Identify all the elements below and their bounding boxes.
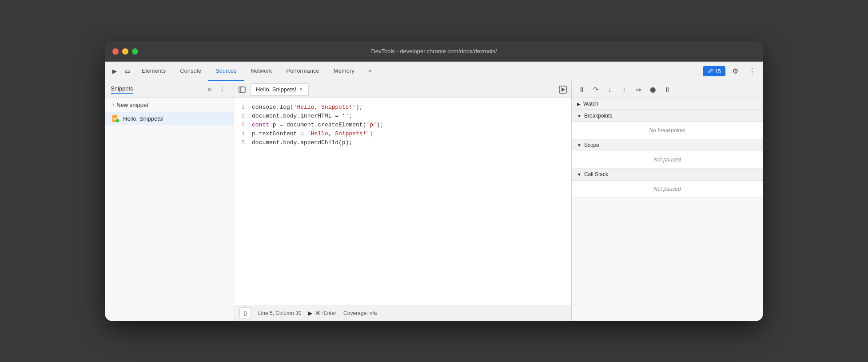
- snippet-item-hello[interactable]: </> Hello, Snippets!: [105, 112, 234, 125]
- breakpoints-label: Breakpoints: [584, 113, 612, 119]
- line-col-display: Line 5, Column 30: [258, 310, 301, 316]
- sidebar-header: Snippets » ⋮: [105, 81, 234, 98]
- watch-label: Watch: [583, 101, 598, 107]
- tab-sources[interactable]: Sources: [208, 62, 244, 81]
- line-content: p.textContent = 'Hello, Snippets!';: [252, 130, 373, 137]
- svg-marker-6: [561, 87, 565, 92]
- watch-section-header[interactable]: ▶ Watch: [572, 98, 763, 110]
- sidebar-actions: » ⋮: [205, 85, 228, 94]
- gear-icon: ⚙: [732, 67, 738, 75]
- close-button[interactable]: [112, 48, 119, 55]
- line-content: const p = document.createElement('p');: [252, 122, 383, 128]
- pause-button[interactable]: ⏸: [575, 83, 588, 96]
- sidebar-more-btn[interactable]: »: [205, 85, 214, 94]
- editor-run-button[interactable]: [556, 83, 569, 96]
- step-button[interactable]: ⇒: [632, 83, 645, 96]
- svg-rect-3: [239, 87, 245, 92]
- scope-label: Scope: [584, 142, 599, 148]
- code-line: 1console.log('Hello, Snippets!');: [234, 103, 571, 112]
- chevron-right-icon: »: [369, 67, 372, 74]
- tab-network[interactable]: Network: [244, 62, 279, 81]
- tab-more[interactable]: »: [362, 62, 379, 81]
- inspect-tool-btn[interactable]: ▭: [121, 64, 134, 79]
- minimize-button[interactable]: [122, 48, 128, 55]
- run-triangle-icon: ▶: [308, 310, 312, 316]
- call-stack-status-message: Not paused: [572, 181, 763, 198]
- toolbar-right: ☍ 15 ⚙ ⋮: [703, 64, 759, 79]
- step-out-button[interactable]: ↑: [618, 83, 630, 96]
- notifications-button[interactable]: ☍ 15: [703, 66, 725, 76]
- more-options-button[interactable]: ⋮: [745, 64, 759, 79]
- main-content: Snippets » ⋮ + New snippet </> Hello, Sn…: [105, 81, 763, 321]
- main-tab-nav: Elements Console Sources Network Perform…: [135, 62, 702, 81]
- scope-arrow-icon: ▼: [577, 143, 581, 148]
- step-out-icon: ↑: [622, 86, 626, 93]
- editor-area: Hello, Snippets! ✕ 1console.log('Hello, …: [234, 81, 572, 321]
- editor-status-bar: {} Line 5, Column 30 ▶ ⌘+Enter Coverage:…: [234, 305, 571, 321]
- snippet-item-label: Hello, Snippets!: [123, 115, 163, 122]
- sidebar-toggle-btn[interactable]: [236, 83, 248, 96]
- tab-memory[interactable]: Memory: [326, 62, 362, 81]
- step-over-icon: ↷: [593, 86, 599, 94]
- step-icon: ⇒: [636, 86, 641, 94]
- code-line: 4p.textContent = 'Hello, Snippets!';: [234, 130, 571, 139]
- panel-toggle-icon: [239, 86, 246, 93]
- code-editor[interactable]: 1console.log('Hello, Snippets!');2docume…: [234, 98, 571, 305]
- call-stack-label: Call Stack: [584, 171, 608, 177]
- editor-tab-label: Hello, Snippets!: [256, 86, 296, 93]
- pause-icon: ⏸: [578, 86, 585, 93]
- run-icon: [559, 86, 567, 94]
- editor-tab-hello[interactable]: Hello, Snippets! ✕: [250, 83, 309, 96]
- step-into-icon: ↓: [608, 86, 612, 93]
- run-hint[interactable]: ▶ ⌘+Enter: [308, 310, 336, 316]
- devtools-body: ▶ ▭ Elements Console Sources Network: [105, 62, 763, 321]
- line-number: 3: [234, 122, 252, 128]
- maximize-button[interactable]: [132, 48, 138, 55]
- line-number: 1: [234, 104, 252, 110]
- tab-console[interactable]: Console: [173, 62, 208, 81]
- settings-button[interactable]: ⚙: [728, 64, 742, 79]
- cursor-tool-btn[interactable]: ▶: [109, 64, 120, 79]
- breakpoints-arrow-icon: ▼: [577, 114, 581, 118]
- new-snippet-button[interactable]: + New snippet: [105, 98, 234, 112]
- debug-toolbar: ⏸ ↷ ↓ ↑ ⇒ ⬤: [572, 81, 763, 98]
- tab-performance[interactable]: Performance: [279, 62, 326, 81]
- code-line: 2document.body.innerHTML = '';: [234, 112, 571, 121]
- run-shortcut: ⌘+Enter: [315, 310, 336, 316]
- svg-point-2: [116, 119, 119, 122]
- braces-icon: {}: [243, 311, 247, 316]
- breakpoints-empty-message: No breakpoints: [572, 122, 763, 139]
- line-content: document.body.innerHTML = '';: [252, 113, 352, 119]
- titlebar: DevTools - developer.chrome.com/docs/dev…: [105, 41, 763, 62]
- step-over-button[interactable]: ↷: [589, 83, 602, 96]
- breakpoints-section-header[interactable]: ▼ Breakpoints: [572, 110, 763, 122]
- watch-arrow-icon: ▶: [577, 102, 581, 106]
- ellipsis-icon: ⋮: [749, 67, 756, 75]
- tab-elements[interactable]: Elements: [135, 62, 173, 81]
- window-title: DevTools - developer.chrome.com/docs/dev…: [371, 48, 497, 55]
- snippets-sidebar: Snippets » ⋮ + New snippet </> Hello, Sn…: [105, 81, 234, 321]
- step-into-button[interactable]: ↓: [604, 83, 616, 96]
- deactivate-icon: ⬤: [650, 87, 656, 93]
- format-button[interactable]: {}: [239, 307, 251, 319]
- devtools-window: DevTools - developer.chrome.com/docs/dev…: [105, 41, 763, 321]
- dont-pause-exceptions-button[interactable]: ⏸: [661, 83, 673, 96]
- window-controls: [112, 48, 138, 55]
- coverage-display: Coverage: n/a: [343, 310, 377, 316]
- deactivate-breakpoints-button[interactable]: ⬤: [646, 83, 659, 96]
- message-icon: ☍: [707, 68, 713, 75]
- scope-section-header[interactable]: ▼ Scope: [572, 139, 763, 151]
- code-line: 5document.body.appendChild(p);: [234, 139, 571, 148]
- line-number: 5: [234, 140, 252, 146]
- call-stack-section-header[interactable]: ▼ Call Stack: [572, 169, 763, 181]
- line-number: 4: [234, 131, 252, 137]
- sidebar-title: Snippets: [111, 85, 133, 94]
- badge-count: 15: [715, 68, 721, 75]
- debug-panel: ⏸ ↷ ↓ ↑ ⇒ ⬤: [572, 81, 763, 321]
- sidebar-menu-btn[interactable]: ⋮: [216, 85, 228, 94]
- editor-tabs: Hello, Snippets! ✕: [234, 81, 571, 98]
- editor-tab-close[interactable]: ✕: [299, 87, 303, 92]
- line-content: document.body.appendChild(p);: [252, 139, 352, 146]
- line-number: 2: [234, 113, 252, 119]
- scope-status-message: Not paused: [572, 151, 763, 169]
